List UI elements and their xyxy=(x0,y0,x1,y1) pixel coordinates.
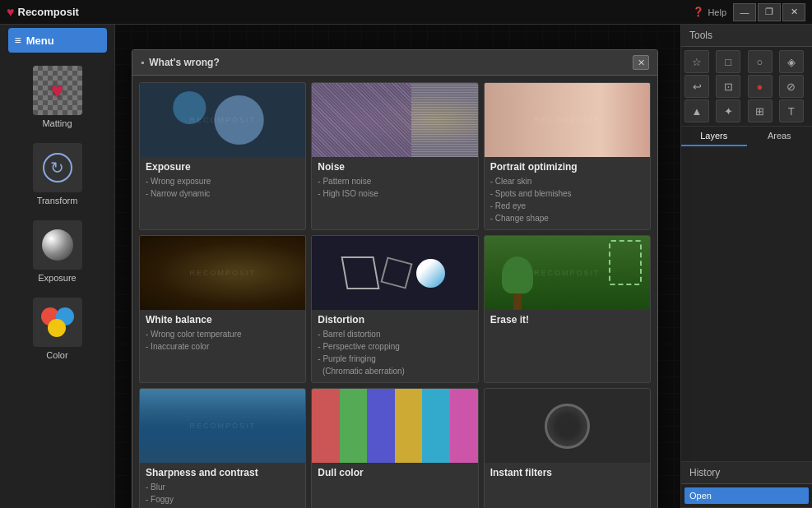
layers-tabs: Layers Areas xyxy=(681,127,812,146)
card-instant-filters-title: Instant filters xyxy=(485,463,650,481)
card-sharpness-image: RECOMPOSIT xyxy=(140,389,305,463)
card-erase[interactable]: RECOMPOSIT Erase it! xyxy=(484,235,651,383)
window-close-button[interactable]: ✕ xyxy=(782,3,805,21)
card-exposure-title: Exposure xyxy=(140,157,305,175)
app-name: Recomposit xyxy=(18,6,79,18)
card-sharpness-desc: - Blur- Foggy xyxy=(140,481,305,508)
history-header: History xyxy=(681,462,812,484)
erase-tree-icon xyxy=(501,252,534,310)
modal-overlay: ▪ What's wrong? ✕ RECOMPOSIT Exposure xyxy=(115,25,680,508)
sidebar-item-color[interactable]: Color xyxy=(12,291,103,367)
tools-header: Tools xyxy=(681,25,812,47)
card-white-balance-desc: - Wrong color temperature- Inaccurate co… xyxy=(140,328,305,358)
tools-grid: ☆ □ ○ ◈ ↩ ⊡ ● ⊘ ▲ ✦ ⊞ T xyxy=(681,47,812,126)
transform-label: Transform xyxy=(37,196,78,206)
tool-rect[interactable]: □ xyxy=(716,50,740,73)
window-controls: — ❐ ✕ xyxy=(733,3,805,21)
tool-magic[interactable]: ◈ xyxy=(779,50,804,73)
card-white-balance-title: White balance xyxy=(140,310,305,328)
dialog-title: What's wrong? xyxy=(149,57,633,68)
menu-icon: ≡ xyxy=(15,34,21,47)
tool-ellipse[interactable]: ○ xyxy=(748,50,773,73)
tool-text[interactable]: T xyxy=(779,99,804,122)
erase-selection-icon xyxy=(609,240,642,285)
exposure-circle xyxy=(42,229,73,261)
instant-circle-icon xyxy=(545,404,590,449)
distortion-rect2-icon xyxy=(381,256,413,289)
card-portrait-title: Portrait optimizing xyxy=(485,157,650,175)
exposure-label: Exposure xyxy=(38,273,76,283)
card-dull-color[interactable]: Dull color xyxy=(311,388,478,508)
card-distortion-title: Distortion xyxy=(312,310,477,328)
history-item-open[interactable]: Open xyxy=(684,487,809,504)
matting-icon: ♥ xyxy=(33,66,82,115)
card-noise-title: Noise xyxy=(312,157,477,175)
layers-section: Layers Areas xyxy=(681,127,812,462)
card-dull-color-title: Dull color xyxy=(312,463,477,481)
tool-redeye[interactable]: ● xyxy=(748,75,773,98)
card-instant-filters[interactable]: Instant filters xyxy=(484,388,651,508)
card-instant-filters-image xyxy=(485,389,650,463)
card-white-balance[interactable]: RECOMPOSIT White balance - Wrong color t… xyxy=(139,235,306,383)
card-exposure-desc: - Wrong exposure- Narrow dynamic xyxy=(140,175,305,205)
tool-undo[interactable]: ↩ xyxy=(684,75,709,98)
heart-icon: ♥ xyxy=(7,5,15,20)
tool-no[interactable]: ⊘ xyxy=(779,75,804,98)
history-list: Open xyxy=(681,484,812,507)
card-noise-desc: - Pattern noise- High ISO noise xyxy=(312,175,477,205)
transform-shape: ↻ xyxy=(43,153,72,182)
dialog-cards-grid: RECOMPOSIT Exposure - Wrong exposure- Na… xyxy=(132,76,657,508)
dialog-close-button[interactable]: ✕ xyxy=(633,55,649,70)
card-distortion-desc: - Barrel distortion- Perspective croppin… xyxy=(312,328,477,382)
distortion-rect-icon xyxy=(341,256,380,289)
main-layout: ≡ Menu ♥ Matting ↻ Transform Exposur xyxy=(0,25,812,508)
color-icon xyxy=(33,298,82,347)
left-sidebar: ≡ Menu ♥ Matting ↻ Transform Exposur xyxy=(0,25,115,508)
tool-select[interactable]: ☆ xyxy=(684,50,709,73)
matting-checker-bg: ♥ xyxy=(33,66,82,115)
card-distortion-image xyxy=(312,236,477,310)
card-portrait-desc: - Clear skin- Spots and blemishes- Red e… xyxy=(485,175,650,229)
help-button[interactable]: ❓ Help xyxy=(693,7,726,17)
card-white-balance-image: RECOMPOSIT xyxy=(140,236,305,310)
card-erase-image: RECOMPOSIT xyxy=(485,236,650,310)
card-sharpness[interactable]: RECOMPOSIT Sharpness and contrast - Blur… xyxy=(139,388,306,508)
restore-button[interactable]: ❐ xyxy=(758,3,781,21)
tab-layers[interactable]: Layers xyxy=(681,127,747,146)
tool-clone[interactable]: ✦ xyxy=(716,99,740,122)
app-logo: ♥ Recomposit xyxy=(7,5,79,20)
help-icon: ❓ xyxy=(693,7,704,17)
matting-heart-icon: ♥ xyxy=(51,78,63,104)
menu-button[interactable]: ≡ Menu xyxy=(8,28,107,53)
card-noise-image xyxy=(312,83,477,157)
dialog-titlebar: ▪ What's wrong? ✕ xyxy=(132,50,657,76)
history-section: History Open xyxy=(681,462,812,508)
transform-arrow-icon: ↻ xyxy=(50,158,64,178)
card-dull-color-image xyxy=(312,389,477,463)
sidebar-item-transform[interactable]: ↻ Transform xyxy=(12,136,103,212)
title-bar: ♥ Recomposit ❓ Help — ❐ ✕ xyxy=(0,0,812,25)
tool-grid[interactable]: ⊡ xyxy=(716,75,740,98)
tab-areas[interactable]: Areas xyxy=(747,127,813,146)
tool-expand[interactable]: ⊞ xyxy=(748,99,773,122)
dialog-icon: ▪ xyxy=(141,57,144,68)
card-exposure[interactable]: RECOMPOSIT Exposure - Wrong exposure- Na… xyxy=(139,82,306,230)
card-distortion[interactable]: Distortion - Barrel distortion- Perspect… xyxy=(311,235,478,383)
card-noise[interactable]: Noise - Pattern noise- High ISO noise xyxy=(311,82,478,230)
tools-section: Tools ☆ □ ○ ◈ ↩ ⊡ ● ⊘ ▲ ✦ ⊞ T xyxy=(681,25,812,127)
exposure-icon xyxy=(33,220,82,270)
minimize-button[interactable]: — xyxy=(733,3,756,21)
sidebar-item-exposure[interactable]: Exposure xyxy=(12,214,103,289)
distortion-circle-icon xyxy=(416,259,445,288)
transform-icon: ↻ xyxy=(33,143,82,192)
whats-wrong-dialog: ▪ What's wrong? ✕ RECOMPOSIT Exposure xyxy=(132,49,658,508)
card-portrait[interactable]: RECOMPOSIT Portrait optimizing - Clear s… xyxy=(484,82,651,230)
card-portrait-image: RECOMPOSIT xyxy=(485,83,650,157)
sidebar-item-matting[interactable]: ♥ Matting xyxy=(12,59,103,135)
tool-move[interactable]: ▲ xyxy=(684,99,709,122)
right-panel: Tools ☆ □ ○ ◈ ↩ ⊡ ● ⊘ ▲ ✦ ⊞ T Layers Are… xyxy=(680,25,812,508)
color-blob-yellow xyxy=(48,319,66,337)
canvas-area: ▪ What's wrong? ✕ RECOMPOSIT Exposure xyxy=(115,25,680,508)
color-label: Color xyxy=(46,350,67,360)
card-exposure-image: RECOMPOSIT xyxy=(140,83,305,157)
